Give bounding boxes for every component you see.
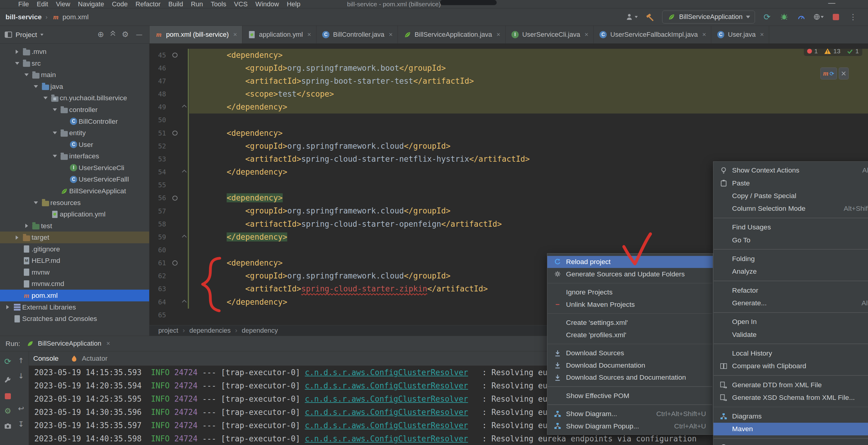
line-number[interactable]: 63 (152, 285, 166, 293)
chevron-down-icon[interactable] (32, 201, 40, 204)
menubar-item-navigate[interactable]: Navigate (74, 0, 108, 8)
tree-item-scratches-and-consoles[interactable]: Scratches and Consoles (0, 313, 149, 324)
fold-marker-icon[interactable] (182, 105, 187, 110)
chevron-down-icon[interactable] (50, 155, 59, 158)
chevron-down-icon[interactable] (22, 73, 31, 76)
rerun-button[interactable]: ⟳ (2, 356, 13, 367)
menu-item-show-diagram[interactable]: Show Diagram...Ctrl+Alt+Shift+U (547, 408, 713, 420)
editor-tab-userservicefallbackimpl-java[interactable]: CUserServiceFallbackImpl.java× (594, 26, 711, 43)
dismiss-button[interactable]: × (839, 67, 849, 79)
breadcrumb-item-dependencies[interactable]: dependencies (189, 327, 242, 335)
tree-item-mvnw[interactable]: mvnw (0, 267, 149, 278)
dependency-gutter-icon[interactable] (173, 261, 178, 266)
menubar-item-build[interactable]: Build (164, 0, 187, 8)
tree-item-mvnw-cmd[interactable]: mvnw.cmd (0, 278, 149, 290)
dependency-gutter-icon[interactable] (173, 53, 178, 58)
fold-marker-icon[interactable] (182, 300, 187, 304)
build-button[interactable] (645, 11, 655, 23)
menu-item-create-gist[interactable]: Create Gist (713, 441, 868, 445)
settings-button[interactable]: ⚙ (122, 31, 129, 38)
tree-item-java[interactable]: java (0, 81, 149, 93)
tree-item-help-md[interactable]: MHELP.md (0, 255, 149, 267)
close-icon[interactable]: × (585, 31, 589, 38)
tree-item-billserviceapplicat[interactable]: BillServiceApplicat (0, 185, 149, 197)
menu-item-maven[interactable]: Maven (713, 423, 868, 435)
line-number[interactable]: 53 (152, 156, 166, 163)
line-number[interactable]: 55 (152, 181, 166, 189)
tree-item-test[interactable]: test (0, 220, 149, 232)
menubar-item-view[interactable]: View (52, 0, 74, 8)
chevron-right-icon[interactable] (3, 305, 12, 309)
editor-tab-billserviceapplication-java[interactable]: BillServiceApplication.java× (398, 26, 505, 43)
menu-item-local-history[interactable]: Local History (713, 347, 868, 360)
menu-item-refactor[interactable]: Refactor (713, 284, 868, 297)
menu-item-create-settings-xml[interactable]: Create 'settings.xml' (547, 317, 713, 329)
menu-item-copy-paste-special[interactable]: Copy / Paste Special (713, 190, 868, 202)
tree-item-pom-xml[interactable]: mpom.xml (0, 289, 149, 301)
line-number[interactable]: 64 (152, 298, 166, 306)
tree-item-controller[interactable]: controller (0, 104, 149, 115)
menubar-item-file[interactable]: File (14, 0, 33, 8)
line-number[interactable]: 57 (152, 207, 166, 215)
locate-file-button[interactable]: ⊕ (98, 31, 104, 38)
run-tab-console[interactable]: Console (33, 354, 59, 363)
breadcrumb-item-dependency[interactable]: dependency (242, 327, 278, 335)
line-number[interactable]: 52 (152, 142, 166, 150)
error-count-badge[interactable]: 1 (807, 47, 818, 55)
console-logger-link[interactable]: c.n.d.s.r.aws.ConfigClusterResolver (305, 434, 468, 443)
menu-item-validate[interactable]: Validate (713, 328, 868, 341)
tree-item-entity[interactable]: entity (0, 127, 149, 139)
up-stack-trace-button[interactable]: ↑ (16, 355, 27, 367)
tree-item-main[interactable]: main (0, 69, 149, 81)
menu-item-generate-dtd-from-xml-file[interactable]: Generate DTD from XML File (713, 378, 868, 391)
ok-count-badge[interactable]: 1 (846, 47, 859, 55)
menu-item-analyze[interactable]: Analyze (713, 265, 868, 278)
fold-marker-icon[interactable] (182, 235, 187, 240)
menubar-item-edit[interactable]: Edit (33, 0, 52, 8)
menu-item-go-to[interactable]: Go To (713, 234, 868, 246)
editor-tab-user-java[interactable]: CUser.java× (711, 26, 769, 43)
editor-tab-userservicecli-java[interactable]: IUserServiceCli.java× (506, 26, 594, 43)
menubar-item-vcs[interactable]: VCS (230, 0, 252, 8)
editor-tab-pom-xml-bill-service[interactable]: mpom.xml (bill-service)× (150, 26, 242, 43)
tree-item-external-libraries[interactable]: External Libraries (0, 301, 149, 313)
console-logger-link[interactable]: c.n.d.s.r.aws.ConfigClusterResolver (305, 421, 468, 430)
menu-item-reload-project[interactable]: Reload project (547, 256, 713, 268)
close-icon[interactable]: × (106, 340, 110, 347)
stop-button[interactable] (831, 11, 841, 23)
run-config-selector[interactable]: BillServiceApplication (662, 10, 755, 23)
editor-tab-application-yml[interactable]: application.yml× (242, 26, 316, 43)
chevron-right-icon[interactable] (13, 50, 22, 54)
tree-item-userservicefalll[interactable]: CUserServiceFalll (0, 174, 149, 185)
menubar-item-window[interactable]: Window (252, 0, 283, 8)
close-icon[interactable]: × (760, 31, 764, 38)
minimize-button[interactable]: — (828, 0, 835, 7)
menu-item-show-diagram-popup[interactable]: Show Diagram Popup...Ctrl+Alt+U (547, 420, 713, 432)
tree-item-src[interactable]: src (0, 58, 149, 69)
chevron-down-icon[interactable] (50, 132, 59, 134)
modify-run-config-button[interactable] (2, 374, 13, 385)
line-number[interactable]: 51 (152, 130, 166, 137)
menu-item-generate-xsd-schema-from-xml-file[interactable]: Generate XSD Schema from XML File... (713, 391, 868, 404)
breadcrumb-project[interactable]: bill-service (5, 13, 41, 21)
tree-item-mvn[interactable]: .mvn (0, 46, 149, 58)
menu-item-download-sources-and-documentation[interactable]: Download Sources and Documentation (547, 371, 713, 383)
warning-count-badge[interactable]: 13 (824, 47, 841, 55)
menu-item-open-in[interactable]: Open In (713, 315, 868, 328)
console-logger-link[interactable]: c.n.d.s.r.aws.ConfigClusterResolver (305, 408, 468, 417)
collapse-all-button[interactable] (111, 33, 115, 37)
stop-button[interactable] (2, 391, 13, 402)
menu-item-folding[interactable]: Folding (713, 252, 868, 265)
menu-item-create-profiles-xml[interactable]: Create 'profiles.xml' (547, 329, 713, 341)
run-tab-actuator[interactable]: Actuator (70, 354, 107, 363)
run-config-tab[interactable]: BillServiceApplication × (26, 339, 110, 348)
line-number[interactable]: 59 (152, 233, 166, 241)
line-number[interactable]: 46 (152, 64, 166, 72)
line-number[interactable]: 45 (152, 52, 166, 59)
line-number[interactable]: 60 (152, 246, 166, 254)
line-number[interactable]: 54 (152, 168, 166, 176)
close-icon[interactable]: × (233, 31, 237, 38)
menu-item-find-usages[interactable]: Find UsagesAlt+F7 (713, 221, 868, 234)
restart-settings-button[interactable]: ⚙ (2, 406, 13, 417)
tree-item-cn-yuchaoit-billservice[interactable]: cn.yuchaoit.billservice (0, 93, 149, 104)
